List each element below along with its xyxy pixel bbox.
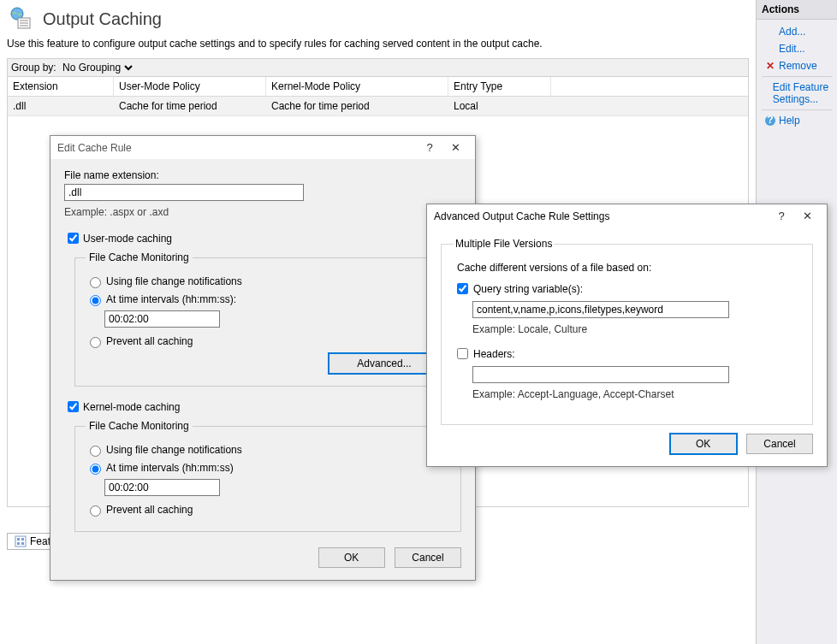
km-radio-time-interval[interactable] (90, 464, 101, 475)
km-radio-file-change[interactable] (90, 446, 101, 457)
group-by-label: Group by: (11, 62, 56, 74)
remove-icon: ✕ (763, 60, 777, 72)
adv-dialog-help-button[interactable]: ? (769, 210, 794, 222)
km-radio-prevent[interactable] (90, 505, 101, 517)
dialog-title: Edit Cache Rule (57, 142, 417, 154)
adv-dialog-title: Advanced Output Cache Rule Settings (434, 210, 769, 222)
adv-dialog-ok-button[interactable]: OK (670, 434, 737, 454)
cell-user-mode: Cache for time period (114, 97, 266, 115)
user-mode-caching-checkbox[interactable] (68, 233, 79, 244)
um-interval-input[interactable] (104, 310, 220, 328)
col-entry-type[interactable]: Entry Type (448, 77, 551, 96)
action-remove[interactable]: ✕ Remove (757, 57, 837, 74)
cell-extension: .dll (8, 97, 114, 115)
headers-label: Headers: (473, 348, 515, 360)
headers-input[interactable] (472, 366, 729, 383)
col-kernel-mode-policy[interactable]: Kernel-Mode Policy (266, 77, 448, 96)
action-edit[interactable]: Edit... (757, 40, 837, 57)
query-string-label: Query string variable(s): (473, 283, 583, 295)
group-by-bar: Group by: No Grouping (7, 58, 749, 77)
edit-cache-rule-dialog: Edit Cache Rule ? ✕ File name extension:… (50, 135, 476, 581)
file-extension-hint: Example: .aspx or .axd (64, 206, 461, 218)
um-radio-time-interval[interactable] (90, 295, 101, 306)
svg-rect-7 (21, 538, 24, 541)
page-description: Use this feature to configure output cac… (7, 38, 749, 50)
file-extension-input[interactable] (64, 184, 304, 201)
edit-dialog-ok-button[interactable]: OK (318, 547, 385, 568)
advanced-button[interactable]: Advanced... (329, 353, 440, 374)
kernel-mode-file-cache-monitoring-group: File Cache Monitoring Using file change … (74, 420, 461, 532)
mfv-legend: Multiple File Versions (454, 238, 554, 250)
svg-text:?: ? (767, 115, 773, 126)
dialog-help-button[interactable]: ? (417, 141, 442, 154)
user-mode-caching-label: User-mode caching (83, 233, 172, 245)
kernel-mode-caching-checkbox[interactable] (68, 401, 79, 412)
svg-rect-8 (17, 542, 20, 545)
dialog-close-button[interactable]: ✕ (442, 141, 468, 154)
kernel-mode-fcm-legend: File Cache Monitoring (86, 420, 193, 432)
svg-rect-9 (21, 542, 24, 545)
user-mode-fcm-legend: File Cache Monitoring (86, 251, 193, 263)
col-user-mode-policy[interactable]: User-Mode Policy (114, 77, 266, 96)
svg-rect-5 (15, 536, 26, 547)
help-icon: ? (763, 115, 777, 127)
svg-rect-6 (17, 538, 20, 541)
adv-dialog-cancel-button[interactable]: Cancel (746, 434, 813, 454)
file-extension-label: File name extension: (64, 169, 461, 181)
action-edit-feature-settings[interactable]: Edit Feature Settings... (757, 79, 837, 108)
advanced-settings-dialog: Advanced Output Cache Rule Settings ? ✕ … (426, 204, 828, 467)
kernel-mode-caching-label: Kernel-mode caching (83, 401, 180, 413)
query-string-hint: Example: Locale, Culture (472, 323, 800, 335)
output-caching-icon (7, 5, 34, 32)
cell-entry-type: Local (448, 97, 551, 115)
table-row[interactable]: .dll Cache for time period Cache for tim… (8, 97, 748, 116)
headers-checkbox[interactable] (457, 348, 468, 359)
group-by-select[interactable]: No Grouping (59, 61, 135, 74)
multiple-file-versions-group: Multiple File Versions Cache different v… (441, 238, 813, 425)
query-string-input[interactable] (472, 301, 729, 318)
edit-dialog-cancel-button[interactable]: Cancel (395, 547, 461, 568)
user-mode-file-cache-monitoring-group: File Cache Monitoring Using file change … (74, 251, 461, 387)
um-radio-file-change[interactable] (90, 277, 101, 288)
adv-dialog-close-button[interactable]: ✕ (794, 210, 820, 222)
km-interval-input[interactable] (104, 479, 220, 496)
actions-title: Actions (757, 0, 837, 20)
query-string-checkbox[interactable] (457, 283, 468, 294)
headers-hint: Example: Accept-Language, Accept-Charset (472, 388, 800, 400)
mfv-sublabel: Cache different versions of a file based… (457, 262, 800, 274)
cell-kernel-mode: Cache for time period (266, 97, 448, 115)
page-title: Output Caching (43, 9, 162, 29)
action-help[interactable]: ? Help (757, 112, 837, 129)
col-extension[interactable]: Extension (8, 77, 114, 96)
action-add[interactable]: Add... (757, 23, 837, 40)
features-view-icon (15, 535, 27, 547)
um-radio-prevent[interactable] (90, 337, 101, 348)
